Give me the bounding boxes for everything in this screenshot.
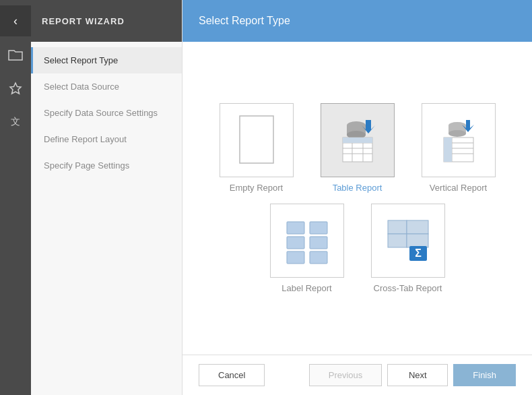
svg-rect-28 bbox=[310, 251, 327, 264]
vertical-report-label: Vertical Report bbox=[430, 183, 487, 193]
svg-rect-25 bbox=[287, 237, 304, 249]
empty-report-option[interactable]: Empty Report bbox=[213, 103, 300, 193]
label-report-label: Label Report bbox=[281, 283, 331, 293]
sidebar-title: REPORT WIZARD bbox=[31, 0, 182, 42]
star-icon[interactable] bbox=[0, 73, 31, 104]
sidebar-item-specify-page-settings[interactable]: Specify Page Settings bbox=[31, 152, 182, 179]
folder-icon[interactable] bbox=[0, 39, 31, 70]
cross-tab-report-icon: Σ bbox=[381, 214, 435, 268]
svg-rect-1 bbox=[240, 116, 273, 163]
vertical-report-option[interactable]: Vertical Report bbox=[415, 103, 502, 193]
table-report-option[interactable]: Table Report bbox=[314, 103, 401, 193]
cancel-button[interactable]: Cancel bbox=[199, 364, 265, 386]
svg-rect-30 bbox=[388, 234, 407, 247]
svg-marker-0 bbox=[10, 83, 21, 94]
cross-tab-report-icon-box: Σ bbox=[371, 204, 445, 278]
empty-report-icon bbox=[236, 115, 277, 166]
vertical-report-icon bbox=[432, 113, 486, 167]
text-icon[interactable]: 文 bbox=[0, 107, 31, 138]
table-report-label: Table Report bbox=[333, 183, 383, 193]
main-panel: Select Report Type Empty Report bbox=[182, 0, 532, 395]
label-report-icon bbox=[280, 214, 334, 268]
cross-tab-report-label: Cross-Tab Report bbox=[374, 283, 442, 293]
label-report-option[interactable]: Label Report bbox=[263, 204, 351, 293]
svg-text:Σ: Σ bbox=[415, 247, 422, 259]
cross-tab-report-option[interactable]: Σ Cross-Tab Report bbox=[364, 204, 452, 293]
back-icon[interactable]: ‹ bbox=[0, 5, 31, 36]
main-content: Empty Report bbox=[182, 42, 532, 355]
empty-report-label: Empty Report bbox=[230, 183, 283, 193]
svg-rect-31 bbox=[407, 220, 428, 234]
svg-rect-32 bbox=[407, 234, 428, 247]
footer: Cancel Previous Next Finish bbox=[182, 355, 532, 395]
svg-rect-27 bbox=[287, 251, 304, 264]
next-button[interactable]: Next bbox=[387, 364, 448, 386]
svg-rect-24 bbox=[310, 222, 327, 234]
sidebar: REPORT WIZARD Select Report Type Select … bbox=[31, 0, 182, 395]
svg-rect-29 bbox=[388, 220, 407, 234]
sidebar-item-select-report-type[interactable]: Select Report Type bbox=[31, 47, 182, 73]
sidebar-item-select-data-source[interactable]: Select Data Source bbox=[31, 73, 182, 100]
svg-rect-12 bbox=[343, 138, 372, 143]
vertical-report-icon-box bbox=[422, 103, 496, 177]
svg-rect-22 bbox=[444, 138, 452, 162]
main-header: Select Report Type bbox=[182, 0, 532, 42]
svg-rect-23 bbox=[287, 222, 304, 234]
report-type-grid: Empty Report bbox=[209, 103, 505, 293]
previous-button[interactable]: Previous bbox=[309, 364, 383, 386]
sidebar-item-define-report-layout[interactable]: Define Report Layout bbox=[31, 126, 182, 152]
finish-button[interactable]: Finish bbox=[453, 364, 516, 386]
svg-point-15 bbox=[448, 130, 466, 137]
empty-report-icon-box bbox=[220, 103, 294, 177]
table-report-icon-box bbox=[321, 103, 395, 177]
svg-rect-26 bbox=[310, 237, 327, 249]
icon-bar: ‹ 文 bbox=[0, 0, 31, 395]
report-row-1: Empty Report bbox=[213, 103, 502, 193]
table-report-icon bbox=[331, 113, 385, 167]
sidebar-nav: Select Report Type Select Data Source Sp… bbox=[31, 42, 182, 184]
label-report-icon-box bbox=[270, 204, 344, 278]
sidebar-item-specify-data-source-settings[interactable]: Specify Data Source Settings bbox=[31, 100, 182, 126]
report-row-2: Label Report Σ bbox=[263, 204, 452, 293]
